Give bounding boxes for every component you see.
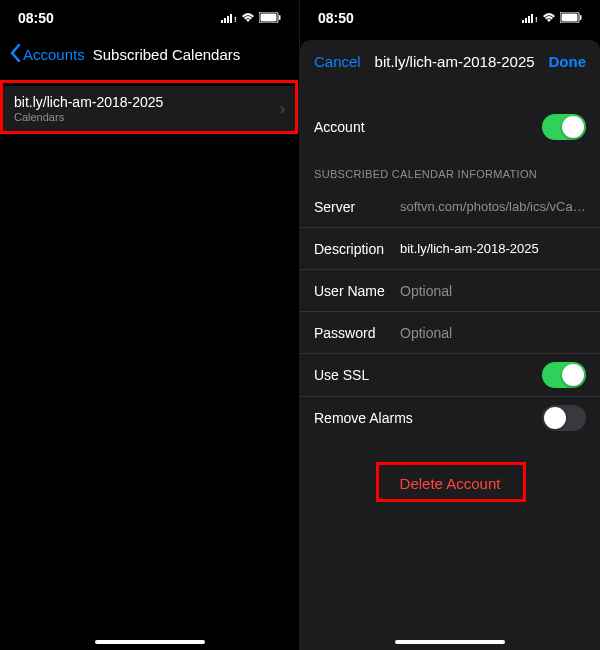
- alarms-row: Remove Alarms: [300, 397, 600, 439]
- phone-screen-right: 08:50 ! Cancel bit.ly/lich-am-2018-2025 …: [300, 0, 600, 650]
- subscription-subtitle: Calendars: [14, 111, 163, 123]
- nav-title: Subscribed Calendars: [93, 46, 241, 63]
- server-row[interactable]: Server softvn.com/photos/lab/ics/vCalend…: [300, 186, 600, 228]
- svg-rect-15: [580, 15, 582, 20]
- account-label: Account: [314, 119, 365, 135]
- description-value: bit.ly/lich-am-2018-2025: [400, 241, 586, 256]
- svg-rect-10: [528, 16, 530, 23]
- svg-rect-1: [224, 18, 226, 23]
- svg-text:!: !: [234, 15, 237, 23]
- nav-bar: Accounts Subscribed Calendars: [0, 36, 299, 72]
- svg-rect-7: [279, 15, 281, 20]
- cancel-button[interactable]: Cancel: [314, 53, 361, 70]
- ssl-row: Use SSL: [300, 354, 600, 397]
- wifi-icon: [542, 10, 556, 26]
- username-label: User Name: [314, 283, 400, 299]
- status-time: 08:50: [318, 10, 354, 26]
- server-label: Server: [314, 199, 400, 215]
- status-time: 08:50: [18, 10, 54, 26]
- ssl-toggle[interactable]: [542, 362, 586, 388]
- back-label: Accounts: [23, 46, 85, 63]
- server-value: softvn.com/photos/lab/ics/vCalender_201.…: [400, 199, 586, 214]
- wifi-icon: [241, 10, 255, 26]
- svg-rect-0: [221, 20, 223, 23]
- password-label: Password: [314, 325, 400, 341]
- username-input[interactable]: Optional: [400, 283, 452, 299]
- svg-rect-6: [261, 14, 277, 22]
- svg-rect-2: [227, 16, 229, 23]
- battery-icon: [560, 10, 582, 26]
- content-left: bit.ly/lich-am-2018-2025 Calendars ›: [0, 72, 299, 650]
- svg-rect-9: [525, 18, 527, 23]
- account-toggle[interactable]: [542, 114, 586, 140]
- alarms-toggle[interactable]: [542, 405, 586, 431]
- section-header: Subscribed Calendar Information: [300, 162, 600, 186]
- status-bar: 08:50 !: [0, 0, 299, 36]
- svg-text:!: !: [535, 15, 538, 23]
- delete-account-button[interactable]: Delete Account: [300, 463, 600, 504]
- username-row[interactable]: User Name Optional: [300, 270, 600, 312]
- home-indicator[interactable]: [95, 640, 205, 644]
- account-toggle-row: Account: [300, 106, 600, 148]
- signal-icon: !: [522, 10, 538, 26]
- description-row[interactable]: Description bit.ly/lich-am-2018-2025: [300, 228, 600, 270]
- calendar-subscription-row[interactable]: bit.ly/lich-am-2018-2025 Calendars ›: [0, 86, 299, 131]
- subscription-title: bit.ly/lich-am-2018-2025: [14, 94, 163, 110]
- phone-screen-left: 08:50 ! Accounts Subscribed Calendars bi…: [0, 0, 300, 650]
- home-indicator[interactable]: [395, 640, 505, 644]
- status-icons: !: [221, 10, 281, 26]
- battery-icon: [259, 10, 281, 26]
- status-icons: !: [522, 10, 582, 26]
- password-input[interactable]: Optional: [400, 325, 452, 341]
- status-bar: 08:50 !: [300, 0, 600, 36]
- chevron-left-icon: [10, 44, 21, 65]
- svg-rect-3: [230, 14, 232, 23]
- svg-rect-14: [562, 14, 578, 22]
- modal-title: bit.ly/lich-am-2018-2025: [375, 53, 535, 70]
- description-label: Description: [314, 241, 400, 257]
- done-button[interactable]: Done: [549, 53, 587, 70]
- signal-icon: !: [221, 10, 237, 26]
- chevron-right-icon: ›: [280, 100, 285, 118]
- alarms-label: Remove Alarms: [314, 410, 413, 426]
- modal-header: Cancel bit.ly/lich-am-2018-2025 Done: [300, 40, 600, 82]
- ssl-label: Use SSL: [314, 367, 369, 383]
- svg-rect-8: [522, 20, 524, 23]
- svg-rect-11: [531, 14, 533, 23]
- password-row[interactable]: Password Optional: [300, 312, 600, 354]
- content-right: Account Subscribed Calendar Information …: [300, 82, 600, 650]
- back-button[interactable]: Accounts: [10, 44, 85, 65]
